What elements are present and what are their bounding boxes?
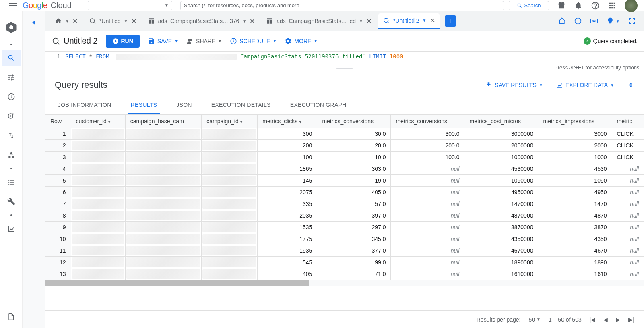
caret-down-icon: ▼ [242,19,246,23]
notification-icon[interactable] [574,1,583,10]
editor-footer: Press Alt+F1 for accessibility options. [45,64,644,73]
next-page-icon[interactable]: ▶ [616,316,620,323]
table-row[interactable]: 3 10010.0100.010000001000CLICK [45,152,644,163]
nodes-icon[interactable] [2,147,21,163]
apps-icon[interactable] [608,1,617,10]
home-outline-icon[interactable] [558,17,566,25]
add-tab-button[interactable]: + [445,15,456,27]
cloud-icon[interactable] [2,309,21,325]
results-table-wrap[interactable]: Row customer_id campaign_base_cam campai… [45,114,644,328]
last-page-icon[interactable]: ▶| [628,316,634,323]
table-cell-redacted [202,245,258,257]
col-conversions-value[interactable]: metrics_conversions [391,115,464,128]
schedule-label: SCHEDULE [239,38,270,44]
table-cell-redacted [202,140,258,152]
table-row[interactable]: 12 54599.0null18900001890null [45,257,644,268]
keyboard-icon[interactable] [590,17,598,25]
table-row[interactable]: 9 1535297.0null38700003870null [45,222,644,233]
table-row[interactable]: 1 30030.0300.030000003000CLICK [45,128,644,140]
editor-line: SELECT * FROM _CampaignBasicStats_520119… [65,53,644,62]
hamburger-icon[interactable] [6,0,19,11]
share-button[interactable]: SHARE ▼ [186,37,222,45]
col-campaign-base[interactable]: campaign_base_cam [125,115,202,128]
col-iet[interactable]: metric [612,115,644,128]
table-cell-redacted [125,198,202,210]
tab-execution-details[interactable]: EXECUTION DETAILS [208,97,274,114]
sql-workspace-icon[interactable] [2,50,21,66]
logo[interactable]: Google Cloud [23,1,72,10]
wrench-icon[interactable] [2,193,21,210]
bigquery-icon[interactable] [2,16,21,39]
page-size-selector[interactable]: 50 ▼ [528,316,540,323]
close-icon[interactable]: ✕ [366,17,372,25]
table-cell: null [391,268,464,280]
close-icon[interactable]: ✕ [430,17,435,24]
col-customer-id[interactable]: customer_id [71,115,125,128]
help-icon[interactable] [591,1,600,10]
target-icon[interactable] [2,108,21,124]
avatar[interactable] [625,0,638,12]
table-row[interactable]: 5 14519.0null10900001090null [45,175,644,187]
redacted-table [113,53,116,60]
col-row[interactable]: Row [45,115,71,128]
header-icons [557,0,638,12]
run-button[interactable]: RUN [106,35,140,48]
explore-data-button[interactable]: EXPLORE DATA ▼ [556,81,614,89]
table-cell: null [612,187,644,198]
expand-panel-icon[interactable] [29,18,39,27]
table-cell: 7 [45,198,71,210]
tab-json[interactable]: JSON [173,97,195,114]
gift-icon[interactable] [557,1,566,10]
close-icon[interactable]: ✕ [250,17,255,25]
close-icon[interactable]: ✕ [72,17,78,25]
tab-job-information[interactable]: JOB INFORMATION [55,97,115,114]
tab-results[interactable]: RESULTS [128,97,161,114]
table-row[interactable]: 13 40571.0null16100001610null [45,268,644,280]
save-results-button[interactable]: SAVE RESULTS ▼ [485,81,543,89]
scrollbar-thumb[interactable] [45,280,309,286]
search-button[interactable]: Search [509,1,549,10]
save-button[interactable]: SAVE ▼ [148,37,178,45]
table-cell: 3000 [538,128,612,140]
table-row[interactable]: 11 1935377.0null46700004670null [45,245,644,257]
first-page-icon[interactable]: |◀ [590,316,596,323]
project-selector[interactable]: ▼ [88,1,172,10]
migrate-icon[interactable] [2,127,21,143]
more-button[interactable]: MORE ▼ [285,37,318,45]
info-icon[interactable] [574,17,582,25]
col-conversions[interactable]: metrics_conversions [317,115,391,128]
tab-campaign-led[interactable]: ads_CampaignBasicStats… led ▼ ✕ [261,13,376,29]
table-row[interactable]: 8 2035397.0null48700004870null [45,210,644,222]
lightbulb-icon[interactable]: ▼ [606,17,620,25]
prev-page-icon[interactable]: ◀ [603,316,608,323]
list-icon[interactable] [2,174,21,190]
table-cell: 377.0 [317,245,391,257]
tab-untitled-2[interactable]: *Untitled 2 ▼ ✕ [378,13,440,29]
table-row[interactable]: 10 1775345.0null43500004350null [45,233,644,245]
query-icon [383,17,390,24]
col-clicks[interactable]: metrics_clicks [258,115,317,128]
tab-home[interactable]: ▼ ✕ [50,13,83,29]
expand-results-icon[interactable] [627,81,634,89]
col-cost-micros[interactable]: metrics_cost_micros [464,115,538,128]
drag-handle[interactable] [336,68,353,69]
sliders-icon[interactable] [2,69,21,85]
table-row[interactable]: 2 20020.0200.020000002000CLICK [45,140,644,152]
tab-untitled[interactable]: *Untitled ▼ ✕ [84,13,141,29]
col-campaign-id[interactable]: campaign_id [202,115,258,128]
sql-editor[interactable]: 1 SELECT * FROM _CampaignBasicStats_5201… [45,52,644,64]
table-cell: null [612,222,644,233]
schedule-button[interactable]: SCHEDULE ▼ [230,37,277,45]
close-icon[interactable]: ✕ [131,17,136,25]
clock-icon[interactable] [2,89,21,105]
col-impressions[interactable]: metrics_impressions [538,115,612,128]
horizontal-scrollbar[interactable] [45,280,644,286]
tab-campaign-376[interactable]: ads_CampaignBasicStats… 376 ▼ ✕ [143,13,260,29]
chart-icon[interactable] [2,221,21,237]
table-row[interactable]: 6 2075405.0null49500004950null [45,187,644,198]
search-bar[interactable]: Search (/) for resources, docs, products… [180,1,504,10]
fullscreen-icon[interactable] [628,17,636,25]
table-row[interactable]: 4 1865363.0null45300004530null [45,163,644,175]
tab-execution-graph[interactable]: EXECUTION GRAPH [287,97,350,114]
table-row[interactable]: 7 33557.0null14700001470null [45,198,644,210]
